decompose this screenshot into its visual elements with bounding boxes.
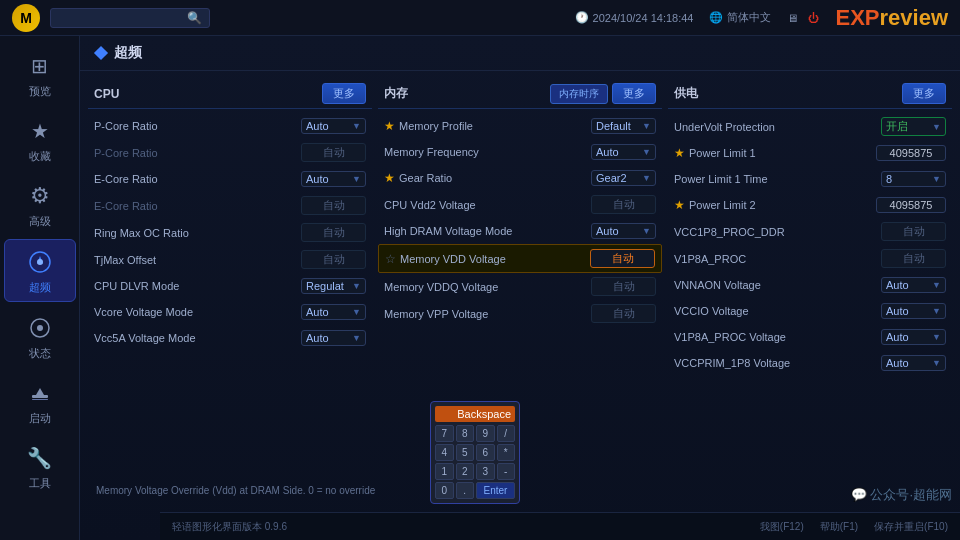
cpu-vdd2-value: 自动 [591,195,656,214]
high-dram-select[interactable]: Auto▼ [591,223,656,239]
table-row: VNNAON Voltage Auto▼ [668,272,952,298]
calc-btn-mul[interactable]: * [497,444,516,461]
calc-btn-enter[interactable]: Enter [476,482,515,499]
svg-point-1 [37,259,43,265]
row-label: P-Core Ratio [94,147,301,159]
sidebar-item-collect[interactable]: ★ 收藏 [4,109,76,170]
undervolt-select[interactable]: 开启▼ [881,117,946,136]
calc-btn-9[interactable]: 9 [476,425,495,442]
p-core-ratio-select[interactable]: Auto▼ [301,118,366,134]
version-text: 轻语图形化界面版本 0.9.6 [172,520,287,534]
memory-freq-select[interactable]: Auto▼ [591,144,656,160]
topbar-lang[interactable]: 🌐 简体中文 [709,10,771,25]
star-icon: ★ [674,146,685,160]
calc-btn-0[interactable]: 0 [435,482,454,499]
topbar-time: 🕐 2024/10/24 14:18:44 [575,11,694,24]
row-label: Memory Frequency [384,146,591,158]
calc-btn-minus[interactable]: - [497,463,516,480]
table-row: Vcore Voltage Mode Auto▼ [88,299,372,325]
calculator-overlay: Backspace 7 8 9 / 4 5 6 * 1 2 3 - 0 . En… [430,401,520,504]
calc-btn-3[interactable]: 3 [476,463,495,480]
sidebar: ⊞ 预览 ★ 收藏 ⚙ 高级 超频 状态 [0,36,80,540]
v1p8a-proc-select[interactable]: Auto▼ [881,329,946,345]
row-label: Ring Max OC Ratio [94,227,301,239]
sidebar-label-overclock: 超频 [29,280,51,295]
sidebar-item-overclock[interactable]: 超频 [4,239,76,302]
star-icon: ★ [384,119,395,133]
vcc5a-voltage-select[interactable]: Auto▼ [301,330,366,346]
vnnaon-select[interactable]: Auto▼ [881,277,946,293]
search-box[interactable]: 🔍 [50,8,210,28]
row-label: VCCPRIM_1P8 Voltage [674,357,881,369]
e-core-ratio-value: 自动 [301,196,366,215]
calc-btn-4[interactable]: 4 [435,444,454,461]
table-row: Memory VDDQ Voltage 自动 [378,273,662,300]
table-row: Vcc5A Voltage Mode Auto▼ [88,325,372,351]
sidebar-item-tools[interactable]: 🔧 工具 [4,436,76,497]
diamond-icon [94,46,108,60]
power-col-title: 供电 [674,85,698,102]
bottom-actions: 我图(F12) 帮助(F1) 保存并重启(F10) [760,520,948,534]
cpu-more-button[interactable]: 更多 [322,83,366,104]
cpu-dlvr-select[interactable]: Regulat▼ [301,278,366,294]
monitor-icon[interactable]: 🖥 [787,12,798,24]
calc-btn-dot[interactable]: . [456,482,475,499]
table-row: CPU Vdd2 Voltage 自动 [378,191,662,218]
power-icon[interactable]: ⏻ [808,12,819,24]
e-core-ratio-select[interactable]: Auto▼ [301,171,366,187]
table-row: E-Core Ratio 自动 [88,192,372,219]
power-more-button[interactable]: 更多 [902,83,946,104]
table-row: VCC1P8_PROC_DDR 自动 [668,218,952,245]
v1p8a-value: 自动 [881,249,946,268]
sidebar-item-status[interactable]: 状态 [4,306,76,367]
mem-more-button[interactable]: 更多 [612,83,656,104]
mem-col-title: 内存 [384,85,408,102]
logo: M [12,4,40,32]
vccio-select[interactable]: Auto▼ [881,303,946,319]
cpu-col-title: CPU [94,87,119,101]
grid-icon: ⊞ [24,50,56,82]
row-label: ★Power Limit 2 [674,198,876,212]
calc-btn-5[interactable]: 5 [456,444,475,461]
row-label: P-Core Ratio [94,120,301,132]
section-title: 超频 [114,44,142,62]
sidebar-item-preview[interactable]: ⊞ 预览 [4,44,76,105]
sidebar-item-advanced[interactable]: ⚙ 高级 [4,174,76,235]
calc-btn-6[interactable]: 6 [476,444,495,461]
mem-vddq-value: 自动 [591,277,656,296]
calc-btn-1[interactable]: 1 [435,463,454,480]
mem-vpp-value: 自动 [591,304,656,323]
power-limit1-time-select[interactable]: 8▼ [881,171,946,187]
sidebar-item-startup[interactable]: 启动 [4,371,76,432]
advanced-icon: ⚙ [24,180,56,212]
gear-ratio-select[interactable]: Gear2▼ [591,170,656,186]
table-row: V1P8A_PROC Voltage Auto▼ [668,324,952,350]
calc-btn-div[interactable]: / [497,425,516,442]
row-label: High DRAM Voltage Mode [384,225,591,237]
vcore-voltage-select[interactable]: Auto▼ [301,304,366,320]
row-label: ☆Memory VDD Voltage [385,252,590,266]
table-row: ★Memory Profile Default▼ [378,113,662,139]
search-icon[interactable]: 🔍 [187,11,202,25]
calc-btn-2[interactable]: 2 [456,463,475,480]
memory-profile-select[interactable]: Default▼ [591,118,656,134]
row-label: VCCIO Voltage [674,305,881,317]
row-label: E-Core Ratio [94,173,301,185]
help-action[interactable]: 帮助(F1) [820,520,858,534]
row-label: TjMax Offset [94,254,301,266]
mem-column: 内存 内存时序 更多 ★Memory Profile Default▼ Memo… [378,79,662,487]
vccprim-select[interactable]: Auto▼ [881,355,946,371]
mem-vdd-value[interactable]: 自动 [590,249,655,268]
topbar: M 🔍 🕐 2024/10/24 14:18:44 🌐 简体中文 🖥 ⏻ EXP… [0,0,960,36]
save-action[interactable]: 保存并重启(F10) [874,520,948,534]
mem-timing-tab[interactable]: 内存时序 [550,84,608,104]
star-icon: ★ [384,171,395,185]
sidebar-label-status: 状态 [29,346,51,361]
calc-btn-7[interactable]: 7 [435,425,454,442]
search-input[interactable] [57,12,187,24]
sidebar-label-preview: 预览 [29,84,51,99]
section-header: 超频 [80,36,960,71]
screenshot-action[interactable]: 我图(F12) [760,520,804,534]
calc-btn-8[interactable]: 8 [456,425,475,442]
svg-point-3 [37,325,43,331]
